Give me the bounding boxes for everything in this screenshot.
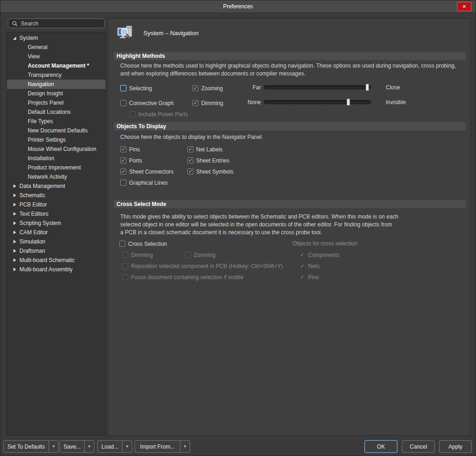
checkbox-box xyxy=(120,157,126,163)
checkbox-pins[interactable]: Pins xyxy=(120,146,140,153)
checkbox-label: Connective Graph xyxy=(129,100,174,106)
tree-item-schematic[interactable]: Schematic xyxy=(7,191,105,200)
checkbox-cross-selection[interactable]: Cross Selection xyxy=(119,240,167,247)
checkbox-label: Zooming xyxy=(194,252,216,258)
tree-item-label: Draftsman xyxy=(19,248,45,254)
collapsed-triangle-icon[interactable] xyxy=(12,230,17,235)
checkbox-zooming[interactable]: Zooming xyxy=(192,85,223,92)
tree-item-product-improvement[interactable]: Product Improvement xyxy=(7,163,105,172)
tree-item-default-locations[interactable]: Default Locations xyxy=(7,107,105,117)
ok-button[interactable]: OK xyxy=(365,440,397,453)
checkbox-label: Pins xyxy=(129,146,140,153)
window-title: Preferences xyxy=(0,0,476,12)
save-button[interactable]: Save... ▼ xyxy=(60,440,94,453)
tree-item-printer-settings[interactable]: Printer Settings xyxy=(7,135,105,144)
collapsed-triangle-icon[interactable] xyxy=(12,193,17,198)
collapsed-triangle-icon[interactable] xyxy=(12,239,17,244)
tree-item-file-types[interactable]: File Types xyxy=(7,117,105,126)
checkbox-ports[interactable]: Ports xyxy=(120,157,142,164)
collapsed-triangle-icon[interactable] xyxy=(12,202,17,207)
checkbox-focus-document: Focus document containing selection if v… xyxy=(122,274,243,281)
checkbox-graphical-lines[interactable]: Graphical Lines xyxy=(120,179,167,186)
dim-level-slider[interactable]: None Invisible xyxy=(233,99,418,107)
expanded-triangle-icon[interactable] xyxy=(12,36,17,40)
main-panel: System – Navigation Highlight Methods Ch… xyxy=(108,18,471,436)
chevron-down-icon[interactable]: ▼ xyxy=(122,441,132,452)
close-button[interactable]: ✕ xyxy=(457,2,471,11)
cancel-button[interactable]: Cancel xyxy=(402,440,435,453)
tree-item-multi-board-schematic[interactable]: Multi-board Schematic xyxy=(7,256,105,265)
checkbox-include-power-parts: Include Power Parts xyxy=(130,111,188,118)
tree-item-projects-panel[interactable]: Projects Panel xyxy=(7,98,105,107)
import-from-button[interactable]: Import From... ▼ xyxy=(135,440,190,453)
chevron-down-icon[interactable]: ▼ xyxy=(84,441,94,452)
tree-item-multi-board-assembly[interactable]: Multi-board Assembly xyxy=(7,265,105,274)
tree-item-system[interactable]: System xyxy=(7,33,105,43)
checkbox-connective-graph[interactable]: Connective Graph xyxy=(120,100,174,106)
check-icon xyxy=(299,263,305,269)
zoom-precision-slider[interactable]: Far Close xyxy=(233,84,418,92)
system-navigation-icon xyxy=(117,25,135,41)
checkbox-box xyxy=(187,146,193,152)
save-label[interactable]: Save... xyxy=(60,441,84,452)
checkbox-selecting[interactable]: Selecting xyxy=(120,85,152,92)
tree-item-draftsman[interactable]: Draftsman xyxy=(7,246,105,256)
tree-item-installation[interactable]: Installation xyxy=(7,154,105,163)
set-to-defaults-button[interactable]: Set To Defaults ▼ xyxy=(3,440,59,453)
collapsed-triangle-icon[interactable] xyxy=(12,249,17,253)
title-bar[interactable]: Preferences ✕ xyxy=(0,0,476,13)
slider-thumb[interactable] xyxy=(346,99,350,106)
collapsed-triangle-icon[interactable] xyxy=(12,267,17,272)
tree-item-view[interactable]: View xyxy=(7,52,105,61)
tree-item-transparency[interactable]: Transparency xyxy=(7,70,105,80)
checkbox-box xyxy=(120,85,126,91)
checkbox-sheet-symbols[interactable]: Sheet Symbols xyxy=(187,168,234,175)
apply-button[interactable]: Apply xyxy=(439,440,472,453)
slider-track[interactable] xyxy=(264,100,371,104)
load-label[interactable]: Load... xyxy=(98,441,122,452)
tree-item-data-management[interactable]: Data Management xyxy=(7,181,105,191)
checkbox-sheet-entries[interactable]: Sheet Entries xyxy=(187,157,229,164)
tree-item-design-insight[interactable]: Design Insight xyxy=(7,89,105,98)
checkbox-label: Dimming xyxy=(131,252,153,258)
checkbox-dimming[interactable]: Dimming xyxy=(192,100,223,106)
tree-item-general[interactable]: General xyxy=(7,43,105,52)
set-to-defaults-label[interactable]: Set To Defaults xyxy=(4,441,49,452)
tree-item-mouse-wheel-configuration[interactable]: Mouse Wheel Configuration xyxy=(7,144,105,154)
checkbox-net-labels[interactable]: Net Labels xyxy=(187,146,223,153)
tree-item-account-management[interactable]: Account Management * xyxy=(7,61,105,70)
search-input[interactable]: Search xyxy=(8,19,105,28)
tree-item-scripting-system[interactable]: Scripting System xyxy=(7,219,105,228)
slider-track[interactable] xyxy=(264,85,371,89)
load-button[interactable]: Load... ▼ xyxy=(97,440,132,453)
tree-item-pcb-editor[interactable]: PCB Editor xyxy=(7,200,105,209)
collapsed-triangle-icon[interactable] xyxy=(12,212,17,216)
collapsed-triangle-icon[interactable] xyxy=(12,258,17,262)
tree-item-label: View xyxy=(28,53,40,60)
checkbox-box xyxy=(120,100,126,106)
tree-item-navigation[interactable]: Navigation xyxy=(7,80,105,89)
slider-thumb[interactable] xyxy=(366,84,369,91)
tree-item-label: Default Locations xyxy=(28,109,71,115)
chevron-down-icon[interactable]: ▼ xyxy=(180,441,190,452)
tree-item-cam-editor[interactable]: CAM Editor xyxy=(7,228,105,237)
tree-item-label: File Types xyxy=(28,118,53,125)
collapsed-triangle-icon[interactable] xyxy=(12,221,17,225)
checkbox-box xyxy=(187,169,193,175)
collapsed-triangle-icon[interactable] xyxy=(12,184,17,188)
checkbox-sheet-connectors[interactable]: Sheet Connectors xyxy=(120,168,173,175)
search-placeholder: Search xyxy=(21,20,38,27)
tree-item-text-editors[interactable]: Text Editors xyxy=(7,209,105,219)
checkbox-label: Graphical Lines xyxy=(129,180,167,186)
tree-item-network-activity[interactable]: Network Activity xyxy=(7,172,105,181)
section-objects-to-display: Objects To Display xyxy=(114,122,466,131)
tree-item-simulation[interactable]: Simulation xyxy=(7,237,105,246)
tree-item-new-document-defaults[interactable]: New Document Defaults xyxy=(7,126,105,135)
check-icon xyxy=(299,252,305,258)
checkbox-label: Selecting xyxy=(129,85,152,92)
import-from-label[interactable]: Import From... xyxy=(135,441,180,452)
checkbox-cross-zooming: Zooming xyxy=(185,251,216,258)
chevron-down-icon[interactable]: ▼ xyxy=(49,441,58,452)
checkbox-box xyxy=(122,263,128,269)
checkbox-label: Zooming xyxy=(201,85,223,92)
